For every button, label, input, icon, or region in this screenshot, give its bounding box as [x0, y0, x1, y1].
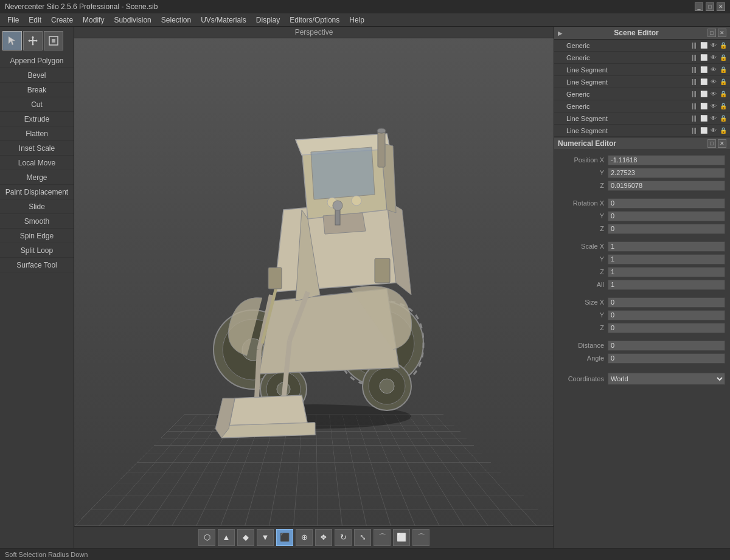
scene-row-icon-2-3[interactable]: 🔒 — [719, 66, 728, 74]
size-x-input[interactable] — [608, 297, 725, 308]
scale-all-input[interactable] — [608, 280, 725, 290]
scene-row-6[interactable]: Line Segment|||⬜👁🔒 — [554, 112, 730, 125]
rotation-z-input[interactable] — [608, 224, 725, 234]
scene-row-5[interactable]: Generic|||⬜👁🔒 — [554, 100, 730, 112]
viewport-canvas[interactable] — [74, 38, 554, 526]
bottom-tool-object[interactable]: ⬛ — [276, 529, 293, 546]
coordinates-select[interactable]: World Local Screen — [608, 373, 725, 385]
scene-row-2[interactable]: Line Segment|||⬜👁🔒 — [554, 64, 730, 76]
scene-row-icon-0-3[interactable]: 🔒 — [719, 41, 728, 50]
menu-create[interactable]: Create — [46, 15, 78, 26]
sidebar-btn-bevel[interactable]: Bevel — [0, 68, 74, 83]
bottom-tool-rotate[interactable]: ↻ — [335, 529, 352, 546]
transform-mode-button[interactable] — [44, 31, 63, 50]
scene-row-icon-7-2[interactable]: 👁 — [709, 126, 718, 135]
scene-row-icon-6-2[interactable]: 👁 — [709, 114, 718, 123]
menu-file[interactable]: File — [2, 15, 24, 26]
scene-row-icon-0-2[interactable]: 👁 — [709, 41, 718, 50]
scene-row-icon-2-0[interactable]: ||| — [690, 66, 698, 74]
menu-modify[interactable]: Modify — [78, 15, 109, 26]
maximize-button[interactable]: □ — [706, 2, 714, 11]
bottom-tool-edge[interactable]: ◆ — [237, 529, 254, 546]
sidebar-btn-paint-displacement[interactable]: Paint Displacement — [0, 185, 74, 199]
scene-row-icon-1-1[interactable]: ⬜ — [700, 54, 708, 62]
menu-editors-options[interactable]: Editors/Options — [285, 15, 344, 26]
sidebar-btn-surface-tool[interactable]: Surface Tool — [0, 258, 74, 272]
scene-row-icon-4-2[interactable]: 👁 — [709, 90, 718, 99]
scene-row-icon-6-3[interactable]: 🔒 — [719, 114, 728, 123]
scene-row-icon-1-3[interactable]: 🔒 — [719, 54, 728, 62]
bottom-tool-vertex[interactable]: ▲ — [218, 529, 235, 546]
menu-selection[interactable]: Selection — [156, 15, 196, 26]
scene-row-icon-6-1[interactable]: ⬜ — [700, 114, 708, 123]
size-y-input[interactable] — [608, 310, 725, 320]
menu-help[interactable]: Help — [344, 15, 369, 26]
sidebar-btn-spin-edge[interactable]: Spin Edge — [0, 229, 74, 243]
scene-row-icon-5-3[interactable]: 🔒 — [719, 102, 728, 111]
scene-row-4[interactable]: Generic|||⬜👁🔒 — [554, 88, 730, 100]
scene-row-icon-5-1[interactable]: ⬜ — [700, 102, 708, 111]
sidebar-btn-extrude[interactable]: Extrude — [0, 112, 74, 126]
numerical-editor-close[interactable]: ✕ — [718, 139, 726, 148]
bottom-tool-face[interactable]: ▼ — [257, 529, 274, 546]
scene-row-3[interactable]: Line Segment|||⬜👁🔒 — [554, 76, 730, 88]
menu-uvs-materials[interactable]: UVs/Materials — [196, 15, 251, 26]
sidebar-btn-merge[interactable]: Merge — [0, 170, 74, 185]
bottom-tool-move[interactable]: ❖ — [315, 529, 332, 546]
scale-x-input[interactable] — [608, 241, 725, 252]
scene-row-7[interactable]: Line Segment|||⬜👁🔒 — [554, 125, 730, 137]
close-button[interactable]: ✕ — [717, 2, 725, 11]
scene-row-icon-4-0[interactable]: ||| — [690, 90, 698, 99]
position-z-input[interactable] — [608, 181, 725, 191]
scene-row-icon-4-1[interactable]: ⬜ — [700, 90, 708, 99]
scene-row-icon-2-1[interactable]: ⬜ — [700, 66, 708, 74]
scene-row-icon-7-0[interactable]: ||| — [690, 126, 698, 135]
sidebar-btn-slide[interactable]: Slide — [0, 199, 74, 214]
scene-row-icon-7-1[interactable]: ⬜ — [700, 126, 708, 135]
sidebar-btn-break[interactable]: Break — [0, 83, 74, 97]
scene-row-icon-3-1[interactable]: ⬜ — [700, 78, 708, 86]
scene-row-icon-0-0[interactable]: ||| — [690, 41, 698, 50]
scale-z-input[interactable] — [608, 267, 725, 277]
bottom-tool-scale[interactable]: ⤡ — [354, 529, 371, 546]
scene-row-icon-2-2[interactable]: 👁 — [709, 66, 718, 74]
distance-input[interactable] — [608, 340, 725, 351]
menu-display[interactable]: Display — [251, 15, 285, 26]
menu-subdivision[interactable]: Subdivision — [109, 15, 156, 26]
scene-row-icon-1-0[interactable]: ||| — [690, 54, 698, 62]
scene-row-icon-4-3[interactable]: 🔒 — [719, 90, 728, 99]
sidebar-btn-inset-scale[interactable]: Inset Scale — [0, 141, 74, 156]
scene-row-icon-0-1[interactable]: ⬜ — [700, 41, 708, 50]
numerical-editor-minimize[interactable]: □ — [707, 139, 716, 148]
size-z-input[interactable] — [608, 323, 725, 333]
scene-row-icon-6-0[interactable]: ||| — [690, 114, 698, 123]
bottom-tool-marquee[interactable]: ⬜ — [393, 529, 410, 546]
scene-row-icon-3-3[interactable]: 🔒 — [719, 78, 728, 86]
bottom-tool-select[interactable]: ⊕ — [296, 529, 313, 546]
scene-row-icon-3-0[interactable]: ||| — [690, 78, 698, 86]
menu-edit[interactable]: Edit — [24, 15, 46, 26]
sidebar-btn-append-polygon[interactable]: Append Polygon — [0, 54, 74, 68]
minimize-button[interactable]: _ — [695, 2, 703, 11]
scene-row-icon-3-2[interactable]: 👁 — [709, 78, 718, 86]
sidebar-btn-flatten[interactable]: Flatten — [0, 126, 74, 141]
sidebar-btn-local-move[interactable]: Local Move — [0, 156, 74, 170]
scene-row-0[interactable]: Generic|||⬜👁🔒 — [554, 40, 730, 52]
rotation-x-input[interactable] — [608, 198, 725, 209]
scene-row-icon-1-2[interactable]: 👁 — [709, 54, 718, 62]
bottom-tool-paint[interactable]: ⌒ — [412, 529, 429, 546]
scene-row-icon-5-0[interactable]: ||| — [690, 102, 698, 111]
sidebar-btn-cut[interactable]: Cut — [0, 97, 74, 112]
select-mode-button[interactable] — [2, 31, 22, 50]
scene-row-icon-7-3[interactable]: 🔒 — [719, 126, 728, 135]
bottom-tool-lasso[interactable]: ⌒ — [374, 529, 391, 546]
scale-y-input[interactable] — [608, 254, 725, 264]
rotation-y-input[interactable] — [608, 211, 725, 221]
angle-input[interactable] — [608, 353, 725, 364]
scene-editor-close[interactable]: ✕ — [718, 29, 726, 37]
position-x-input[interactable] — [608, 155, 725, 165]
bottom-tool-transform[interactable]: ⬡ — [198, 529, 215, 546]
scene-row-icon-5-2[interactable]: 👁 — [709, 102, 718, 111]
sidebar-btn-split-loop[interactable]: Split Loop — [0, 243, 74, 258]
scene-row-1[interactable]: Generic|||⬜👁🔒 — [554, 52, 730, 64]
